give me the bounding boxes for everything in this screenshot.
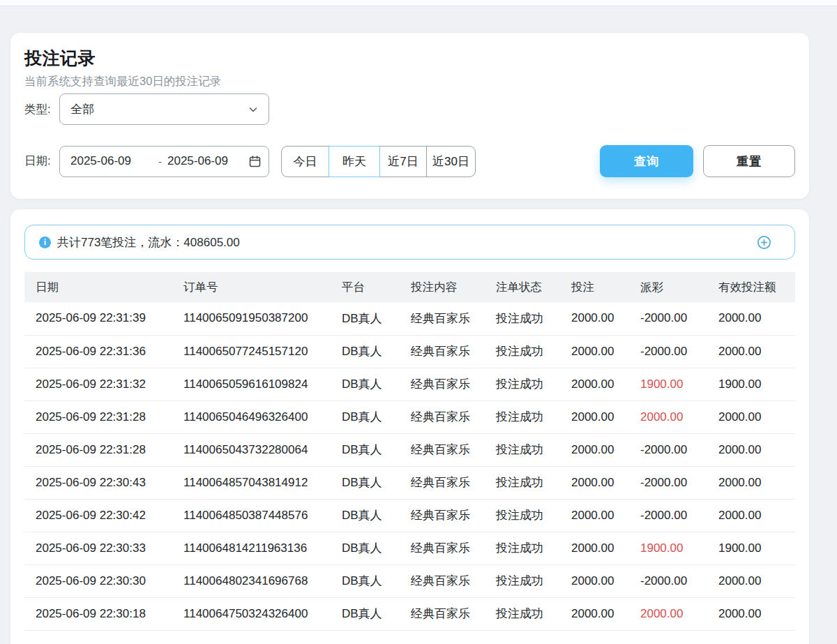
column-header: 订单号 (183, 272, 342, 302)
type-filter-row: 类型: 全部 (24, 93, 795, 125)
page-title: 投注记录 (24, 47, 795, 69)
column-header: 日期 (24, 272, 183, 302)
quick-range-3[interactable]: 近7日 (379, 146, 427, 177)
cell-content: 经典百家乐 (411, 466, 496, 499)
cell-valid: 2000.00 (718, 400, 795, 433)
cell-payout: -2000.00 (640, 499, 718, 532)
type-label: 类型: (24, 102, 59, 117)
cell-platform: DB真人 (342, 335, 411, 368)
cell-content: 经典百家乐 (411, 597, 496, 630)
cell-order: 1140064802341696768 (183, 564, 342, 597)
cell-date: 2025-06-09 22:30:43 (24, 466, 183, 499)
cell-bet: 2000.00 (571, 564, 640, 597)
cell-payout: 1900.00 (640, 532, 718, 564)
cell-date: 2025-06-09 22:31:28 (24, 400, 183, 433)
cell-content: 经典百家乐 (411, 400, 496, 433)
cell-order: 1140065091950387200 (183, 302, 342, 335)
cell-platform: DB真人 (342, 302, 411, 335)
date-start-value: 2025-06-09 (70, 154, 131, 168)
cell-platform: DB真人 (342, 433, 411, 466)
betting-records-page: 投注记录 当前系统支持查询最近30日的投注记录 类型: 全部 日期: 2025-… (10, 33, 809, 644)
cell-valid: 1900.00 (718, 532, 795, 564)
cell-platform: DB真人 (342, 532, 411, 564)
table-body: 2025-06-09 22:31:391140065091950387200DB… (24, 302, 795, 630)
query-button[interactable]: 查询 (600, 145, 693, 177)
cell-payout: -2000.00 (640, 564, 718, 597)
cell-bet: 2000.00 (571, 302, 640, 335)
top-bar (0, 0, 837, 6)
cell-content: 经典百家乐 (411, 532, 496, 564)
results-card: i 共计773笔投注，流水：408605.00 日期订单号平台投注内容注单状态投… (10, 209, 809, 644)
cell-valid: 2000.00 (718, 597, 795, 630)
cell-bet: 2000.00 (571, 433, 640, 466)
circle-plus-icon[interactable] (757, 236, 771, 249)
table-row: 2025-06-09 22:31:321140065059616109824DB… (24, 368, 795, 400)
records-table: 日期订单号平台投注内容注单状态投注派彩有效投注额 2025-06-09 22:3… (24, 272, 795, 631)
cell-valid: 2000.00 (718, 335, 795, 368)
quick-range-2[interactable]: 昨天 (329, 146, 380, 177)
cell-status: 投注成功 (496, 597, 571, 630)
cell-platform: DB真人 (342, 564, 411, 597)
table-row: 2025-06-09 22:30:331140064814211963136DB… (24, 532, 795, 564)
table-row: 2025-06-09 22:31:391140065091950387200DB… (24, 302, 795, 335)
date-end-value: 2025-06-09 (167, 154, 228, 168)
cell-status: 投注成功 (496, 302, 571, 335)
cell-platform: DB真人 (342, 368, 411, 400)
cell-payout: -2000.00 (640, 433, 718, 466)
filter-actions: 查询 重置 (600, 145, 795, 177)
cell-valid: 1900.00 (718, 368, 795, 400)
table-row: 2025-06-09 22:30:421140064850387448576DB… (24, 499, 795, 532)
cell-bet: 2000.00 (571, 532, 640, 564)
cell-status: 投注成功 (496, 564, 571, 597)
cell-order: 1140065077245157120 (183, 335, 342, 368)
cell-platform: DB真人 (342, 466, 411, 499)
cell-payout: -2000.00 (640, 466, 718, 499)
type-select[interactable]: 全部 (59, 93, 269, 125)
date-range-picker[interactable]: 2025-06-09 - 2025-06-09 (59, 146, 269, 177)
column-header: 投注内容 (411, 272, 496, 302)
quick-range-1[interactable]: 今日 (281, 146, 329, 177)
cell-date: 2025-06-09 22:30:30 (24, 564, 183, 597)
cell-bet: 2000.00 (571, 400, 640, 433)
type-select-value: 全部 (70, 101, 94, 117)
column-header: 派彩 (640, 272, 718, 302)
cell-status: 投注成功 (496, 400, 571, 433)
cell-payout: 1900.00 (640, 368, 718, 400)
cell-status: 投注成功 (496, 368, 571, 400)
cell-payout: -2000.00 (640, 302, 718, 335)
cell-order: 1140065046496326400 (183, 400, 342, 433)
calendar-icon (249, 156, 261, 167)
cell-valid: 2000.00 (718, 499, 795, 532)
column-header: 有效投注额 (718, 272, 795, 302)
cell-order: 1140065059616109824 (183, 368, 342, 400)
cell-date: 2025-06-09 22:31:39 (24, 302, 183, 335)
table-row: 2025-06-09 22:31:281140065043732280064DB… (24, 433, 795, 466)
cell-payout: 2000.00 (640, 400, 718, 433)
cell-status: 投注成功 (496, 433, 571, 466)
cell-date: 2025-06-09 22:31:28 (24, 433, 183, 466)
table-row: 2025-06-09 22:30:301140064802341696768DB… (24, 564, 795, 597)
summary-text: 共计773笔投注，流水：408605.00 (57, 234, 240, 250)
cell-date: 2025-06-09 22:31:32 (24, 368, 183, 400)
quick-range-4[interactable]: 近30日 (426, 146, 476, 177)
cell-date: 2025-06-09 22:30:18 (24, 597, 183, 630)
cell-platform: DB真人 (342, 400, 411, 433)
info-icon: i (39, 237, 51, 248)
cell-bet: 2000.00 (571, 368, 640, 400)
table-header: 日期订单号平台投注内容注单状态投注派彩有效投注额 (24, 272, 795, 302)
filter-card: 投注记录 当前系统支持查询最近30日的投注记录 类型: 全部 日期: 2025-… (10, 33, 809, 199)
cell-content: 经典百家乐 (411, 564, 496, 597)
cell-content: 经典百家乐 (411, 433, 496, 466)
cell-valid: 2000.00 (718, 466, 795, 499)
table-row: 2025-06-09 22:31:361140065077245157120DB… (24, 335, 795, 368)
cell-valid: 2000.00 (718, 302, 795, 335)
chevron-down-icon (248, 105, 258, 114)
reset-button[interactable]: 重置 (703, 145, 795, 177)
cell-order: 1140064814211963136 (183, 532, 342, 564)
table-row: 2025-06-09 22:31:281140065046496326400DB… (24, 400, 795, 433)
date-label: 日期: (24, 153, 59, 169)
cell-content: 经典百家乐 (411, 302, 496, 335)
cell-status: 投注成功 (496, 532, 571, 564)
cell-bet: 2000.00 (571, 597, 640, 630)
table-row: 2025-06-09 22:30:431140064857043814912DB… (24, 466, 795, 499)
